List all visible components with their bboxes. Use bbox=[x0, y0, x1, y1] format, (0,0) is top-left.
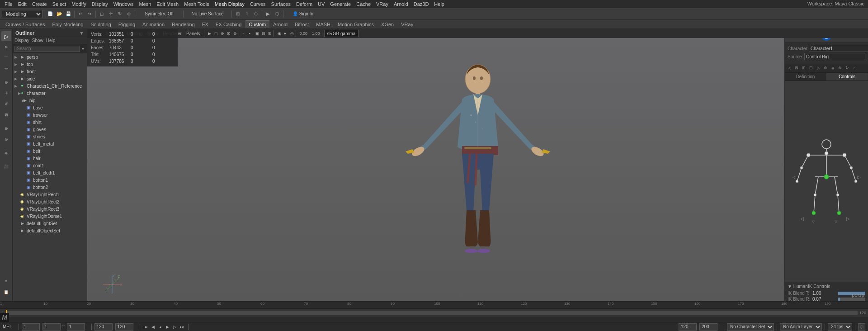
shelf-tab-animation[interactable]: Animation bbox=[139, 21, 168, 28]
rotate-tool-icon[interactable]: ↻ bbox=[115, 9, 124, 19]
outliner-menu-display[interactable]: Display bbox=[14, 38, 29, 43]
menu-arnold[interactable]: Arnold bbox=[391, 0, 411, 8]
outliner-item-12[interactable]: ▣belt_metal bbox=[13, 140, 87, 147]
scale-tool-left[interactable]: ⊠ bbox=[1, 110, 11, 120]
rp-icon10[interactable]: ⌂ bbox=[851, 64, 858, 71]
save-scene-icon[interactable]: 💾 bbox=[64, 9, 73, 19]
menu-edit[interactable]: Edit bbox=[15, 0, 29, 8]
rp-icon8[interactable]: ⊗ bbox=[836, 64, 844, 71]
outliner-item-20[interactable]: ◉VRayLightRect2 bbox=[13, 198, 87, 205]
menu-surfaces[interactable]: Surfaces bbox=[269, 0, 293, 8]
menu-uv[interactable]: UV bbox=[315, 0, 327, 8]
tab-controls[interactable]: Controls bbox=[826, 73, 868, 80]
select-tool-button[interactable]: ▷ bbox=[1, 31, 11, 41]
rp-icon2[interactable]: ⊠ bbox=[793, 64, 800, 71]
shelf-tab-custom[interactable]: Custom bbox=[245, 20, 269, 28]
timeline-bar[interactable] bbox=[6, 311, 858, 315]
shelf-tab-mash[interactable]: MASH bbox=[312, 21, 334, 28]
shelf-tab-motion-graphics[interactable]: Motion Graphics bbox=[334, 21, 377, 28]
outliner-menu-show[interactable]: Show bbox=[32, 38, 43, 43]
range-max-input[interactable] bbox=[699, 323, 717, 331]
menu-mesh-tools[interactable]: Mesh Tools bbox=[181, 0, 212, 8]
char-set-dropdown[interactable]: No Character Set bbox=[727, 323, 774, 331]
new-scene-icon[interactable]: 📄 bbox=[46, 9, 55, 19]
select-tool-icon[interactable]: ◻ bbox=[97, 9, 106, 19]
shelf-tab-sculpting[interactable]: Sculpting bbox=[87, 21, 115, 28]
outliner-item-17[interactable]: ▣botton1 bbox=[13, 176, 87, 184]
source-value-input[interactable] bbox=[804, 53, 865, 60]
symmetry-icon[interactable]: Symmetry: Off bbox=[137, 9, 182, 19]
menu-generate[interactable]: Generate bbox=[327, 0, 354, 8]
outliner-search-input[interactable] bbox=[14, 46, 80, 52]
redo-icon[interactable]: ↪ bbox=[85, 9, 94, 19]
scale-tool-icon[interactable]: ⊕ bbox=[124, 9, 133, 19]
transform-tool[interactable]: ⊕ bbox=[1, 77, 11, 87]
gamma-display[interactable]: sRGB gamma bbox=[324, 30, 359, 37]
shelf-tab-curves[interactable]: Curves / Surfaces bbox=[2, 21, 48, 28]
outliner-item-3[interactable]: ▶▶side bbox=[13, 75, 87, 82]
lasso-tool[interactable]: ⌒ bbox=[1, 53, 11, 63]
current-frame-input[interactable] bbox=[22, 323, 40, 331]
outliner-menu-help[interactable]: Help bbox=[46, 38, 56, 43]
outliner-item-4[interactable]: ▶✦Character1_Ctrl_Reference bbox=[13, 82, 87, 90]
paint-select-tool[interactable]: ⊳ bbox=[1, 42, 11, 52]
outliner-item-0[interactable]: ▶▶persp bbox=[13, 53, 87, 61]
frame-input-2[interactable] bbox=[42, 323, 61, 331]
snap-grid-icon[interactable]: ⊞ bbox=[233, 9, 242, 19]
outliner-item-13[interactable]: ▣belt bbox=[13, 147, 87, 155]
outliner-item-23[interactable]: ▶defaultLightSet bbox=[13, 220, 87, 227]
shelf-tab-xgen[interactable]: XGen bbox=[377, 21, 397, 28]
vp-snap-icon[interactable]: ⊕ bbox=[218, 29, 225, 38]
shelf-tab-rigging[interactable]: Rigging bbox=[115, 21, 139, 28]
vp-display1[interactable]: ▫ bbox=[241, 29, 247, 38]
play-back-button[interactable]: ◂ bbox=[157, 324, 164, 330]
menu-select[interactable]: Select bbox=[50, 0, 69, 8]
open-scene-icon[interactable]: 📂 bbox=[55, 9, 64, 19]
play-forward-button[interactable]: ▶ bbox=[165, 324, 171, 330]
outliner-item-7[interactable]: ▣base bbox=[13, 104, 87, 111]
vp-cam-icon[interactable]: ▶ bbox=[206, 29, 212, 38]
menu-modify[interactable]: Modify bbox=[69, 0, 89, 8]
outliner-item-22[interactable]: ◉VRayLightDome1 bbox=[13, 213, 87, 220]
end-frame-input[interactable] bbox=[94, 323, 113, 331]
snap-point-icon[interactable]: ⊙ bbox=[251, 9, 260, 19]
menu-file[interactable]: File bbox=[2, 0, 15, 8]
outliner-item-8[interactable]: ▣trowser bbox=[13, 111, 87, 118]
outliner-item-1[interactable]: ▶▶top bbox=[13, 61, 87, 68]
char-value-input[interactable] bbox=[809, 45, 868, 52]
rp-icon1[interactable]: ◁ bbox=[786, 64, 793, 71]
outliner-collapse-icon[interactable]: ▼ bbox=[79, 30, 84, 36]
vp-icon5[interactable]: ⊗ bbox=[231, 29, 237, 38]
rp-icon4[interactable]: ⊟ bbox=[807, 64, 815, 71]
shelf-tab-fx-caching[interactable]: FX Caching bbox=[212, 21, 245, 28]
outliner-item-9[interactable]: ▣shirt bbox=[13, 118, 87, 126]
rotate-tool-left[interactable]: ↺ bbox=[1, 99, 11, 109]
vp-icon4[interactable]: ⊠ bbox=[225, 29, 231, 38]
step-forward-button[interactable]: ▷ bbox=[172, 324, 178, 330]
menu-daz3d[interactable]: Daz3D bbox=[411, 0, 432, 8]
menu-windows[interactable]: Windows bbox=[111, 0, 137, 8]
sculpt-tool[interactable]: ✏ bbox=[1, 64, 11, 74]
auto-key-button[interactable]: ⬡ bbox=[858, 323, 865, 331]
rp-icon3[interactable]: ⊞ bbox=[800, 64, 807, 71]
vp-display4[interactable]: ⊟ bbox=[259, 29, 266, 38]
outliner-item-15[interactable]: ▣coat1 bbox=[13, 162, 87, 169]
vp-display5[interactable]: ⊞ bbox=[266, 29, 272, 38]
soft-select-tool[interactable]: ⊚ bbox=[1, 123, 11, 133]
channel-box-icon[interactable]: ≡ bbox=[1, 276, 11, 286]
anim-layer-dropdown[interactable]: No Anim Layer bbox=[780, 323, 822, 331]
menu-create[interactable]: Create bbox=[29, 0, 50, 8]
mode-dropdown[interactable]: Modeling Rigging Animation bbox=[2, 10, 42, 18]
end-input-2[interactable] bbox=[115, 323, 133, 331]
outliner-item-18[interactable]: ▣botton2 bbox=[13, 184, 87, 191]
rp-icon9[interactable]: ↻ bbox=[844, 64, 851, 71]
menu-vray[interactable]: VRay bbox=[373, 0, 391, 8]
undo-icon[interactable]: ↩ bbox=[76, 9, 85, 19]
rp-icon6[interactable]: ⊕ bbox=[822, 64, 829, 71]
rp-icon7[interactable]: ◈ bbox=[829, 64, 836, 71]
menu-edit-mesh[interactable]: Edit Mesh bbox=[154, 0, 181, 8]
menu-help[interactable]: Help bbox=[431, 0, 447, 8]
shelf-tab-fx[interactable]: FX bbox=[198, 21, 212, 28]
menu-curves[interactable]: Curves bbox=[247, 0, 269, 8]
show-manip-tool[interactable]: ⊛ bbox=[1, 134, 11, 144]
